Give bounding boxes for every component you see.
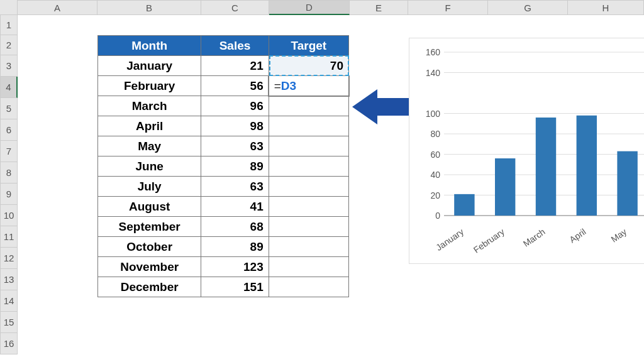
cell-target[interactable] <box>269 177 348 197</box>
cell-sales[interactable]: 98 <box>201 116 269 136</box>
svg-text:March: March <box>521 226 547 248</box>
header-month[interactable]: Month <box>98 36 201 56</box>
svg-text:20: 20 <box>430 190 440 200</box>
formula-ref: D3 <box>281 79 296 92</box>
svg-text:0: 0 <box>435 211 440 221</box>
chart-bar <box>495 158 515 216</box>
svg-text:May: May <box>609 226 628 244</box>
col-header-H[interactable]: H <box>568 0 644 15</box>
cell-sales[interactable]: 96 <box>201 96 269 116</box>
cell-sales[interactable]: 21 <box>201 56 269 76</box>
cell-sales[interactable]: 89 <box>201 237 269 257</box>
select-all-corner[interactable] <box>0 0 18 15</box>
svg-text:40: 40 <box>430 170 440 180</box>
chart-bar <box>617 151 637 216</box>
cell-month[interactable]: December <box>98 277 201 297</box>
cell-month[interactable]: September <box>98 217 201 237</box>
cell-target[interactable]: =D3 <box>269 76 348 96</box>
table-row: February56=D3 <box>98 76 349 96</box>
table-row: November123 <box>98 257 349 277</box>
cell-month[interactable]: July <box>98 177 201 197</box>
table-row: September68 <box>98 217 349 237</box>
cell-target[interactable] <box>269 217 348 237</box>
cell-month[interactable]: May <box>98 136 201 156</box>
svg-text:140: 140 <box>426 68 441 78</box>
col-header-D[interactable]: D <box>269 0 350 15</box>
cell-month[interactable]: January <box>98 56 201 76</box>
row-header-9[interactable]: 9 <box>0 184 18 205</box>
col-header-F[interactable]: F <box>408 0 488 15</box>
row-header-6[interactable]: 6 <box>0 119 18 141</box>
spreadsheet-grid[interactable]: ABCDEFGH 12345678910111213141516 Month S… <box>0 0 644 362</box>
cell-sales[interactable]: 56 <box>201 76 269 96</box>
cell-target[interactable]: 70 <box>269 56 348 76</box>
cell-month[interactable]: June <box>98 156 201 177</box>
table-row: August41 <box>98 197 349 217</box>
cell-month[interactable]: October <box>98 237 201 257</box>
cell-sales[interactable]: 123 <box>201 257 269 277</box>
row-header-14[interactable]: 14 <box>0 290 18 312</box>
row-header-4[interactable]: 4 <box>0 77 18 98</box>
svg-text:60: 60 <box>430 150 440 160</box>
cell-target[interactable] <box>269 136 348 156</box>
table-row: April98 <box>98 116 349 136</box>
row-header-8[interactable]: 8 <box>0 162 18 184</box>
col-header-B[interactable]: B <box>97 0 201 15</box>
cell-month[interactable]: August <box>98 197 201 217</box>
row-header-2[interactable]: 2 <box>0 35 18 55</box>
data-table: Month Sales Target January2170February56… <box>97 35 349 297</box>
table-row: May63 <box>98 136 349 156</box>
row-header-7[interactable]: 7 <box>0 141 18 162</box>
svg-text:February: February <box>472 226 506 255</box>
cell-month[interactable]: November <box>98 257 201 277</box>
svg-text:January: January <box>434 226 465 253</box>
col-header-C[interactable]: C <box>201 0 269 15</box>
svg-text:100: 100 <box>426 109 441 119</box>
cell-month[interactable]: March <box>98 96 201 116</box>
formula-eq: = <box>274 79 281 92</box>
row-header-5[interactable]: 5 <box>0 98 18 119</box>
row-header-3[interactable]: 3 <box>0 55 18 77</box>
cell-target[interactable] <box>269 197 348 217</box>
chart-bar <box>536 118 556 216</box>
cell-sales[interactable]: 41 <box>201 197 269 217</box>
chart-bar <box>454 194 474 216</box>
cell-sales[interactable]: 63 <box>201 136 269 156</box>
row-header-10[interactable]: 10 <box>0 205 18 226</box>
svg-text:April: April <box>567 226 587 244</box>
row-header-16[interactable]: 16 <box>0 333 18 354</box>
header-sales[interactable]: Sales <box>201 36 269 56</box>
col-header-E[interactable]: E <box>350 0 408 15</box>
table-row: January2170 <box>98 56 349 76</box>
table-row: October89 <box>98 237 349 257</box>
cell-target[interactable] <box>269 277 348 297</box>
row-header-12[interactable]: 12 <box>0 248 18 269</box>
row-header-1[interactable]: 1 <box>0 15 18 35</box>
row-header-13[interactable]: 13 <box>0 269 18 290</box>
cell-sales[interactable]: 63 <box>201 177 269 197</box>
header-target[interactable]: Target <box>269 36 348 56</box>
row-header-11[interactable]: 11 <box>0 226 18 248</box>
cell-target[interactable] <box>269 237 348 257</box>
cell-target[interactable] <box>269 257 348 277</box>
table-row: June89 <box>98 156 349 177</box>
svg-text:80: 80 <box>430 129 440 139</box>
cell-month[interactable]: April <box>98 116 201 136</box>
table-row: December151 <box>98 277 349 297</box>
cell-month[interactable]: February <box>98 76 201 96</box>
col-header-A[interactable]: A <box>18 0 97 15</box>
table-row: March96 <box>98 96 349 116</box>
sales-bar-chart[interactable]: 020406080100140160JanuaryFebruaryMarchAp… <box>409 38 644 264</box>
chart-bar <box>577 116 597 216</box>
cell-sales[interactable]: 89 <box>201 156 269 177</box>
table-row: July63 <box>98 177 349 197</box>
cell-target[interactable] <box>269 96 348 116</box>
svg-text:160: 160 <box>426 47 441 57</box>
cell-target[interactable] <box>269 116 348 136</box>
row-header-15[interactable]: 15 <box>0 312 18 333</box>
cell-sales[interactable]: 151 <box>201 277 269 297</box>
col-header-G[interactable]: G <box>488 0 568 15</box>
cell-target[interactable] <box>269 156 348 177</box>
cell-sales[interactable]: 68 <box>201 217 269 237</box>
